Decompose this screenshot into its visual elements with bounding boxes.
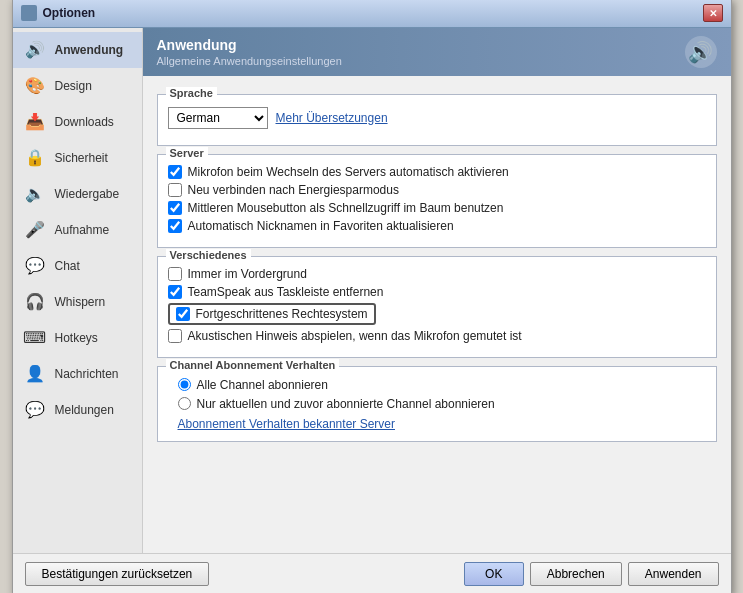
verbinden-checkbox[interactable]: [168, 183, 182, 197]
taskleiste-row: TeamSpeak aus Taskleiste entfernen: [168, 285, 706, 299]
sidebar-label-meldungen: Meldungen: [55, 403, 114, 417]
rechtesystem-label[interactable]: Fortgeschrittenes Rechtesystem: [196, 307, 368, 321]
sidebar-label-hotkeys: Hotkeys: [55, 331, 98, 345]
sidebar-item-aufnahme[interactable]: 🎤Aufnahme: [13, 212, 142, 248]
sidebar-label-whispern: Whispern: [55, 295, 106, 309]
close-button[interactable]: ✕: [703, 4, 723, 22]
sidebar-item-meldungen[interactable]: 💬Meldungen: [13, 392, 142, 428]
server-label: Server: [166, 147, 208, 159]
server-group: Server Mikrofon beim Wechseln des Server…: [157, 154, 717, 248]
chat-icon: 💬: [23, 254, 47, 278]
downloads-icon: 📥: [23, 110, 47, 134]
mikrofon-mutet-checkbox[interactable]: [168, 329, 182, 343]
sidebar-label-chat: Chat: [55, 259, 80, 273]
sidebar-item-design[interactable]: 🎨Design: [13, 68, 142, 104]
anwendung-icon: 🔊: [23, 38, 47, 62]
window-title: Optionen: [43, 6, 96, 20]
section-title: Anwendung: [157, 37, 342, 53]
sidebar-item-whispern[interactable]: 🎧Whispern: [13, 284, 142, 320]
sidebar-label-downloads: Downloads: [55, 115, 114, 129]
alle-channel-label[interactable]: Alle Channel abonnieren: [197, 378, 328, 392]
dialog-buttons: OK Abbrechen Anwenden: [464, 562, 719, 586]
nur-aktuellen-row: Nur aktuellen und zuvor abonnierte Chann…: [178, 397, 706, 411]
verschiedenes-label: Verschiedenes: [166, 249, 251, 261]
sidebar-item-nachrichten[interactable]: 👤Nachrichten: [13, 356, 142, 392]
vordergrund-checkbox[interactable]: [168, 267, 182, 281]
section-icon: 🔊: [685, 36, 717, 68]
whispern-icon: 🎧: [23, 290, 47, 314]
reset-button[interactable]: Bestätigungen zurücksetzen: [25, 562, 210, 586]
mikrofon-mutet-row: Akustischen Hinweis abspielen, wenn das …: [168, 329, 706, 343]
sidebar-item-sicherheit[interactable]: 🔒Sicherheit: [13, 140, 142, 176]
sidebar-label-anwendung: Anwendung: [55, 43, 124, 57]
nur-aktuellen-radio[interactable]: [178, 397, 191, 410]
titlebar-left: Optionen: [21, 5, 96, 21]
sidebar-item-anwendung[interactable]: 🔊Anwendung: [13, 32, 142, 68]
mehr-uebersetzungen-link[interactable]: Mehr Übersetzungen: [276, 111, 388, 125]
sprache-row: German English French Spanish Mehr Übers…: [168, 107, 706, 129]
sicherheit-icon: 🔒: [23, 146, 47, 170]
sprache-label: Sprache: [166, 87, 217, 99]
language-select[interactable]: German English French Spanish: [168, 107, 268, 129]
alle-channel-radio[interactable]: [178, 378, 191, 391]
design-icon: 🎨: [23, 74, 47, 98]
sidebar-item-downloads[interactable]: 📥Downloads: [13, 104, 142, 140]
main-content: 🔊Anwendung🎨Design📥Downloads🔒Sicherheit🔈W…: [13, 28, 731, 553]
sprache-group: Sprache German English French Spanish Me…: [157, 94, 717, 146]
apply-button[interactable]: Anwenden: [628, 562, 719, 586]
hotkeys-icon: ⌨: [23, 326, 47, 350]
channel-group: Channel Abonnement Verhalten Alle Channe…: [157, 366, 717, 442]
window-icon: [21, 5, 37, 21]
panel-body: Sprache German English French Spanish Me…: [143, 76, 731, 460]
ok-button[interactable]: OK: [464, 562, 524, 586]
mousebutton-label[interactable]: Mittleren Mousebutton als Schnellzugriff…: [188, 201, 504, 215]
checkbox-row-4: Automatisch Nicknamen in Favoriten aktua…: [168, 219, 706, 233]
options-window: Optionen ✕ 🔊Anwendung🎨Design📥Downloads🔒S…: [12, 0, 732, 593]
sidebar-label-design: Design: [55, 79, 92, 93]
right-panel: Anwendung Allgemeine Anwendungseinstellu…: [143, 28, 731, 553]
taskleiste-label[interactable]: TeamSpeak aus Taskleiste entfernen: [188, 285, 384, 299]
checkbox-row-3: Mittleren Mousebutton als Schnellzugriff…: [168, 201, 706, 215]
nicknamen-label[interactable]: Automatisch Nicknamen in Favoriten aktua…: [188, 219, 454, 233]
meldungen-icon: 💬: [23, 398, 47, 422]
sidebar-label-aufnahme: Aufnahme: [55, 223, 110, 237]
rechtesystem-highlight: Fortgeschrittenes Rechtesystem: [168, 303, 376, 325]
sidebar-item-wiedergabe[interactable]: 🔈Wiedergabe: [13, 176, 142, 212]
sidebar-label-sicherheit: Sicherheit: [55, 151, 108, 165]
sidebar-label-nachrichten: Nachrichten: [55, 367, 119, 381]
section-subtitle: Allgemeine Anwendungseinstellungen: [157, 55, 342, 67]
wiedergabe-icon: 🔈: [23, 182, 47, 206]
cancel-button[interactable]: Abbrechen: [530, 562, 622, 586]
alle-channel-row: Alle Channel abonnieren: [178, 378, 706, 392]
vordergrund-label[interactable]: Immer im Vordergrund: [188, 267, 307, 281]
rechtesystem-checkbox[interactable]: [176, 307, 190, 321]
sidebar: 🔊Anwendung🎨Design📥Downloads🔒Sicherheit🔈W…: [13, 28, 143, 553]
nur-aktuellen-label[interactable]: Nur aktuellen und zuvor abonnierte Chann…: [197, 397, 495, 411]
mikrofon-checkbox[interactable]: [168, 165, 182, 179]
vordergrund-row: Immer im Vordergrund: [168, 267, 706, 281]
mousebutton-checkbox[interactable]: [168, 201, 182, 215]
channel-label: Channel Abonnement Verhalten: [166, 359, 340, 371]
header-text: Anwendung Allgemeine Anwendungseinstellu…: [157, 37, 342, 67]
nachrichten-icon: 👤: [23, 362, 47, 386]
checkbox-row-2: Neu verbinden nach Energiesparmodus: [168, 183, 706, 197]
verbinden-label[interactable]: Neu verbinden nach Energiesparmodus: [188, 183, 399, 197]
section-header: Anwendung Allgemeine Anwendungseinstellu…: [143, 28, 731, 76]
aufnahme-icon: 🎤: [23, 218, 47, 242]
bottom-bar: Bestätigungen zurücksetzen OK Abbrechen …: [13, 553, 731, 594]
mikrofon-label[interactable]: Mikrofon beim Wechseln des Servers autom…: [188, 165, 509, 179]
abonnement-link[interactable]: Abonnement Verhalten bekannter Server: [178, 417, 395, 431]
mikrofon-mutet-label[interactable]: Akustischen Hinweis abspielen, wenn das …: [188, 329, 522, 343]
titlebar: Optionen ✕: [13, 0, 731, 28]
verschiedenes-group: Verschiedenes Immer im Vordergrund TeamS…: [157, 256, 717, 358]
nicknamen-checkbox[interactable]: [168, 219, 182, 233]
taskleiste-checkbox[interactable]: [168, 285, 182, 299]
sidebar-label-wiedergabe: Wiedergabe: [55, 187, 120, 201]
rechtesystem-row: Fortgeschrittenes Rechtesystem: [168, 303, 706, 325]
sidebar-item-hotkeys[interactable]: ⌨Hotkeys: [13, 320, 142, 356]
checkbox-row-1: Mikrofon beim Wechseln des Servers autom…: [168, 165, 706, 179]
sidebar-item-chat[interactable]: 💬Chat: [13, 248, 142, 284]
